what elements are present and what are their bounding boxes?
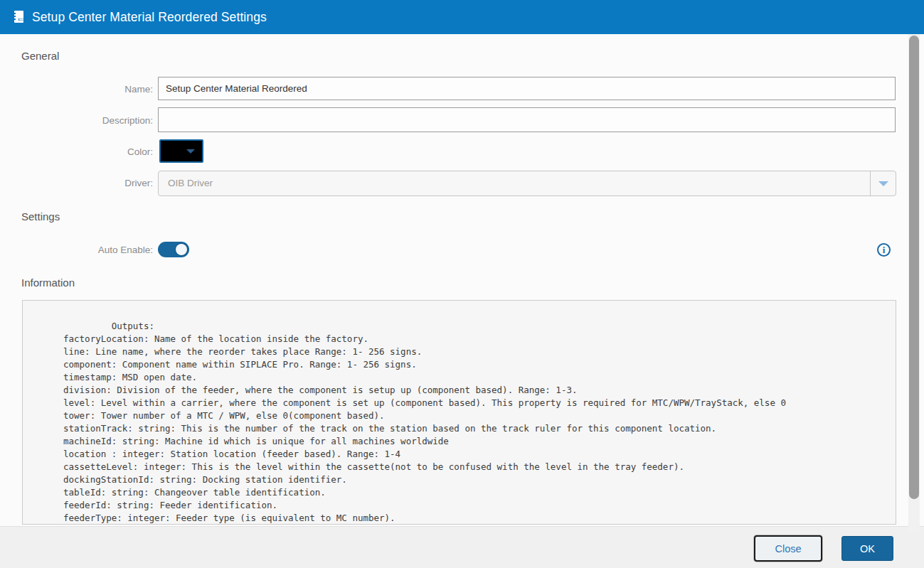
driver-dropdown-arrow-button[interactable] [870,171,896,195]
form-document-icon [12,10,26,25]
general-section-heading: General [21,50,59,62]
toggle-knob [176,244,187,255]
auto-enable-label: Auto Enable: [0,245,153,255]
dialog-titlebar: Setup Center Material Reordered Settings [0,0,924,34]
dialog-title: Setup Center Material Reordered Settings [32,10,267,25]
information-text: Outputs: factoryLocation: Name of the lo… [23,301,896,525]
driver-field-label: Driver: [0,178,153,188]
information-textarea[interactable]: Outputs: factoryLocation: Name of the lo… [22,300,896,525]
color-dropdown[interactable] [159,139,203,163]
name-field-label: Name: [0,84,153,95]
settings-section-heading: Settings [21,210,60,223]
chevron-down-icon [186,149,195,154]
vertical-scrollbar-thumb[interactable] [909,36,919,499]
description-field-label: Description: [0,115,153,126]
information-section-heading: Information [21,277,75,289]
description-input[interactable] [158,107,896,132]
vertical-scrollbar-track[interactable] [908,34,920,532]
driver-dropdown-value: OIB Driver [168,171,213,195]
close-button[interactable]: Close [754,535,822,562]
settings-dialog: Setup Center Material Reordered Settings… [0,0,924,568]
auto-enable-toggle[interactable] [158,242,189,257]
name-input[interactable] [158,77,896,100]
driver-dropdown[interactable]: OIB Driver [158,171,896,196]
color-field-label: Color: [0,146,153,157]
chevron-down-icon [878,181,888,186]
info-icon[interactable]: i [877,243,891,257]
ok-button[interactable]: OK [841,536,893,561]
